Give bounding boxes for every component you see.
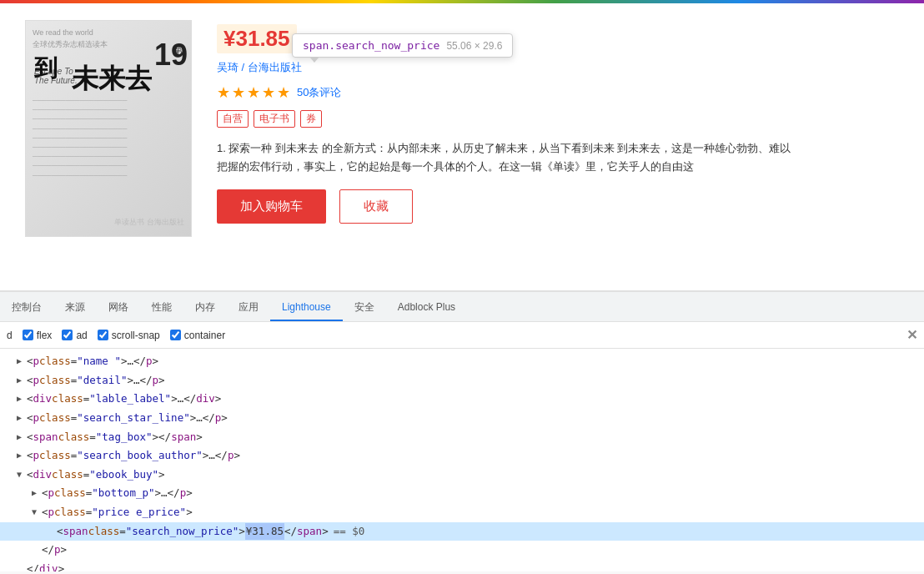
expand-arrow-8[interactable]: ▶ (32, 486, 42, 501)
dollar-zero: == $0 (334, 523, 365, 541)
expand-arrow-1[interactable]: ▶ (17, 355, 27, 369)
btn-row: 加入购物车 收藏 (217, 189, 899, 224)
star-5: ★ (277, 83, 290, 102)
expand-arrow-5[interactable]: ▶ (17, 430, 27, 445)
devtools-panel: 控制台 来源 网络 性能 内存 应用 Lighthouse 安全 Adblock… (0, 290, 924, 574)
filter-d[interactable]: d (7, 330, 13, 341)
book-issue-number: 19 (154, 38, 188, 73)
expand-arrow-6[interactable]: ▶ (17, 449, 27, 463)
tab-memory[interactable]: 内存 (183, 295, 227, 321)
tag-quan: 券 (300, 110, 322, 128)
code-line-7: ▼ <div class="ebook_buy"> (0, 466, 924, 485)
filter-row: d flex ad scroll-snap container ✕ (0, 322, 924, 349)
code-line-10-highlighted[interactable]: ▶ <span class="search_now_price">¥31.85<… (0, 522, 924, 541)
filter-container[interactable]: container (170, 330, 225, 341)
tag-zizhi: 自营 (217, 110, 249, 128)
book-cover-inner: We read the world 全球优秀杂志精选读本 第 19 Escape… (26, 21, 191, 236)
add-to-cart-button[interactable]: 加入购物车 (217, 189, 326, 224)
expand-arrow-4[interactable]: ▶ (17, 411, 27, 425)
code-line-12: ▶ </div> (0, 560, 924, 571)
book-to-char: 到 (34, 53, 58, 84)
product-price: ¥31.85 (217, 24, 297, 53)
filter-ad[interactable]: ad (62, 330, 87, 341)
tab-application[interactable]: 应用 (227, 295, 270, 321)
star-rating: ★ ★ ★ ★ ★ (217, 83, 290, 102)
tab-network[interactable]: 网络 (97, 295, 140, 321)
tab-sources[interactable]: 来源 (53, 295, 97, 321)
star-2: ★ (232, 83, 245, 102)
filter-flex-checkbox[interactable] (23, 330, 33, 340)
close-button[interactable]: ✕ (906, 327, 917, 343)
tab-performance[interactable]: 性能 (140, 295, 183, 321)
expand-arrow-9[interactable]: ▼ (32, 506, 42, 520)
expand-arrow-7[interactable]: ▼ (17, 468, 27, 482)
code-line-4: ▶ <p class="search_star_line">…</p> (0, 409, 924, 428)
code-area[interactable]: ▶ <p class="name ">…</p> ▶ <p class="det… (0, 349, 924, 571)
book-main-title: 未来去 (72, 61, 152, 98)
tooltip-class-name: span.search_now_price (303, 39, 439, 52)
tab-security[interactable]: 安全 (343, 295, 386, 321)
filter-ad-checkbox[interactable] (62, 330, 73, 340)
tab-console[interactable]: 控制台 (0, 295, 53, 321)
save-button[interactable]: 收藏 (339, 189, 413, 224)
code-line-9: ▼ <p class="price e_price"> (0, 503, 924, 522)
author-text[interactable]: 吴琦 / 台海出版社 (217, 61, 302, 73)
filter-d-label: d (7, 330, 13, 341)
review-count[interactable]: 50条评论 (297, 85, 341, 100)
tag-row: 自营 电子书 券 (217, 110, 899, 128)
star-4: ★ (262, 83, 275, 102)
filter-container-checkbox[interactable] (170, 330, 181, 340)
star-1: ★ (217, 83, 230, 102)
tag-ebook: 电子书 (254, 110, 295, 128)
star-row: ★ ★ ★ ★ ★ 50条评论 (217, 83, 899, 102)
filter-scroll-snap-label: scroll-snap (112, 330, 160, 341)
code-line-3: ▶ <div class="lable_label">…</div> (0, 390, 924, 409)
expand-arrow-2[interactable]: ▶ (17, 374, 27, 388)
code-line-2: ▶ <p class="detail">…</p> (0, 371, 924, 390)
code-line-8: ▶ <p class="bottom_p">…</p> (0, 484, 924, 503)
book-cover: We read the world 全球优秀杂志精选读本 第 19 Escape… (25, 20, 192, 237)
tooltip-dimensions: 55.06 × 29.6 (446, 40, 502, 52)
product-description: 1. 探索一种 到未来去 的全新方式：从内部未来，从历史了解未来，从当下看到未来… (217, 139, 801, 176)
code-line-1: ▶ <p class="name ">…</p> (0, 352, 924, 371)
element-tooltip: span.search_now_price 55.06 × 29.6 (292, 33, 513, 58)
code-line-6: ▶ <p class="search_book_author">…</p> (0, 446, 924, 466)
book-publisher: 单读丛书 台海出版社 (114, 217, 184, 228)
tab-adblock[interactable]: Adblock Plus (386, 295, 467, 321)
filter-scroll-snap-checkbox[interactable] (98, 330, 108, 340)
filter-flex[interactable]: flex (23, 330, 53, 341)
filter-container-label: container (184, 330, 225, 341)
devtools-tabs: 控制台 来源 网络 性能 内存 应用 Lighthouse 安全 Adblock… (0, 292, 924, 322)
code-line-5: ▶ <span class="tag_box"></span> (0, 428, 924, 447)
book-body-text: ──────────────────── ───────────────────… (33, 96, 184, 180)
filter-ad-label: ad (76, 330, 87, 341)
code-line-11: ▶ </p> (0, 541, 924, 560)
filter-scroll-snap[interactable]: scroll-snap (98, 330, 160, 341)
tab-lighthouse[interactable]: Lighthouse (270, 295, 343, 321)
expand-arrow-3[interactable]: ▶ (17, 392, 27, 406)
star-3: ★ (247, 83, 260, 102)
filter-flex-label: flex (37, 330, 53, 341)
